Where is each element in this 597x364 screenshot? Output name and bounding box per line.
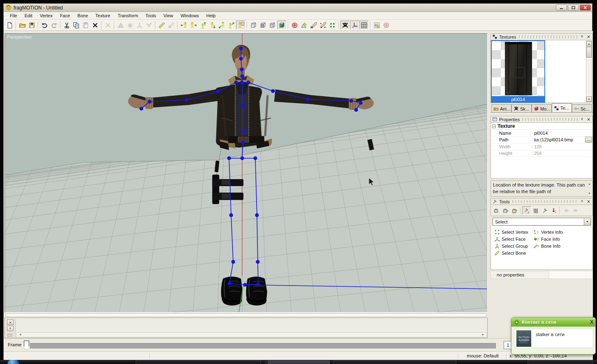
pin-icon[interactable]: [579, 117, 585, 122]
dock-pin-button[interactable]: [7, 326, 14, 331]
toolbar-tool-select-mode[interactable]: [522, 206, 531, 215]
joint-ankleL[interactable]: [231, 260, 235, 264]
close-icon[interactable]: [585, 199, 591, 204]
browse-button[interactable]: ...: [585, 137, 592, 143]
tool-select-vertex[interactable]: Select Vertex: [494, 228, 534, 235]
menu-face[interactable]: Face: [56, 12, 74, 19]
tools-panel-header[interactable]: Tools: [491, 198, 593, 205]
close-icon[interactable]: [585, 34, 591, 39]
joint-brow[interactable]: [239, 57, 243, 60]
toolbar-pose-right[interactable]: [189, 21, 198, 30]
toolbar-view-textured[interactable]: [277, 21, 287, 30]
toolbar-assign-vertices[interactable]: [318, 21, 328, 30]
toolbar-merge-bones[interactable]: [144, 21, 154, 30]
scroll-left-icon[interactable]: ◄: [18, 333, 23, 337]
close-icon[interactable]: [585, 117, 591, 122]
toolbar-pose-left[interactable]: [179, 21, 189, 30]
menu-windows[interactable]: Windows: [177, 12, 203, 19]
joint-handR[interactable]: [359, 101, 363, 105]
tool-bone-info[interactable]: Bone Info: [534, 242, 560, 249]
joint-handL[interactable]: [139, 107, 143, 111]
viewport-3d[interactable]: Perspective: [5, 33, 488, 313]
joint-clavL[interactable]: [234, 81, 238, 84]
joint-shR[interactable]: [271, 89, 275, 93]
taskbar[interactable]: [0, 360, 597, 364]
start-button[interactable]: [7, 360, 19, 364]
dock-close-button[interactable]: [7, 320, 14, 325]
notification-popup[interactable]: Контакт в сети X No Photo Available stal…: [511, 317, 596, 355]
joint-footR[interactable]: [256, 283, 260, 286]
property-group-row[interactable]: Texture: [491, 123, 592, 130]
menu-transform[interactable]: Transform: [114, 12, 142, 19]
collapse-icon[interactable]: [492, 124, 496, 128]
tab-model[interactable]: Mo...: [532, 104, 552, 113]
joint-chin[interactable]: [240, 67, 243, 71]
viewport-hscrollbar[interactable]: [5, 313, 488, 318]
joint-handR2[interactable]: [354, 108, 358, 112]
menu-edit[interactable]: Edit: [21, 12, 36, 19]
joint-spine2[interactable]: [242, 129, 245, 133]
taskbar-button[interactable]: [333, 361, 456, 364]
toolbar-tool-export[interactable]: [501, 206, 510, 215]
toolbar-new[interactable]: [5, 21, 14, 30]
menu-texture[interactable]: Texture: [92, 12, 114, 19]
toolbar-delete-bone[interactable]: [167, 21, 176, 30]
toolbar-tool-load[interactable]: [492, 206, 501, 215]
textures-scrollbar[interactable]: ▲ ▼: [586, 41, 592, 102]
toolbar-show-skeleton[interactable]: [340, 21, 350, 30]
property-value[interactable]: ka (12)\pl0014.bmp: [532, 137, 585, 142]
toolbar-tool-hierarchy[interactable]: [531, 206, 540, 215]
property-row-name[interactable]: Namepl0014: [491, 130, 592, 137]
textures-panel-header[interactable]: Textures: [491, 33, 593, 40]
toolbar-edit-skeleton[interactable]: [309, 21, 318, 30]
frame-slider-track[interactable]: [30, 343, 496, 348]
toolbar-paste[interactable]: [81, 21, 90, 30]
joint-shL[interactable]: [216, 90, 220, 93]
toolbar-pose-forward[interactable]: [227, 21, 236, 30]
chevron-down-icon[interactable]: ▼: [584, 218, 590, 225]
tab-texture[interactable]: Te...: [552, 103, 572, 113]
toolbar-pose-up[interactable]: [198, 21, 208, 30]
toolbar-tool-build[interactable]: [540, 206, 549, 215]
menu-bone[interactable]: Bone: [74, 12, 92, 19]
scroll-up-icon[interactable]: ▲: [588, 182, 592, 186]
toolbar-subdivide[interactable]: [125, 21, 135, 30]
joint-spine1[interactable]: [241, 104, 245, 108]
tool-vertex-info[interactable]: Vertex Info: [534, 228, 563, 235]
texture-item-selected[interactable]: pl0014: [491, 40, 545, 103]
toolbar-tool-import[interactable]: [510, 206, 519, 215]
tab-animation[interactable]: Ani...: [491, 104, 511, 113]
joint-neck[interactable]: [240, 74, 244, 78]
toolbar-cut[interactable]: [62, 21, 72, 30]
property-row-path[interactable]: Pathka (12)\pl0014.bmp...: [491, 137, 592, 144]
joint-footL[interactable]: [228, 282, 231, 286]
joint-elL[interactable]: [185, 98, 188, 102]
frame-slider-thumb[interactable]: [24, 341, 29, 350]
toolbar-render-wheel[interactable]: [290, 21, 299, 30]
toolbar-pose-3d[interactable]: [236, 21, 245, 30]
toolbar-add-bone[interactable]: [157, 21, 167, 30]
scroll-down-icon[interactable]: ▼: [588, 191, 592, 195]
scroll-right-icon[interactable]: ►: [481, 333, 486, 337]
toolbar-view-wireframe[interactable]: [249, 21, 258, 30]
tool-select-face[interactable]: Select Face: [494, 235, 534, 242]
menu-view[interactable]: View: [160, 12, 177, 19]
joint-elR[interactable]: [306, 97, 310, 101]
taskbar-button[interactable]: [136, 361, 261, 364]
toolbar-weld-vertices[interactable]: [135, 21, 144, 30]
joint-footC[interactable]: [243, 283, 247, 287]
toolbar-tool-download[interactable]: [549, 206, 558, 215]
toolbar-undo[interactable]: [40, 21, 49, 30]
joint-hipR[interactable]: [253, 157, 257, 160]
toolbar-pose-back[interactable]: [217, 21, 227, 30]
joint-clavR[interactable]: [246, 81, 250, 84]
maximize-button[interactable]: [568, 5, 579, 11]
close-button[interactable]: [580, 5, 591, 11]
scroll-up-icon[interactable]: ▲: [586, 41, 592, 46]
toolbar-open[interactable]: [18, 21, 27, 30]
toolbar-view-solid[interactable]: [258, 21, 268, 30]
tool-category-dropdown[interactable]: Select ▼: [493, 218, 591, 226]
property-value[interactable]: pl0014: [532, 131, 592, 136]
toolbar-copy[interactable]: [72, 21, 81, 30]
toolbar-history-forward[interactable]: [571, 206, 580, 215]
